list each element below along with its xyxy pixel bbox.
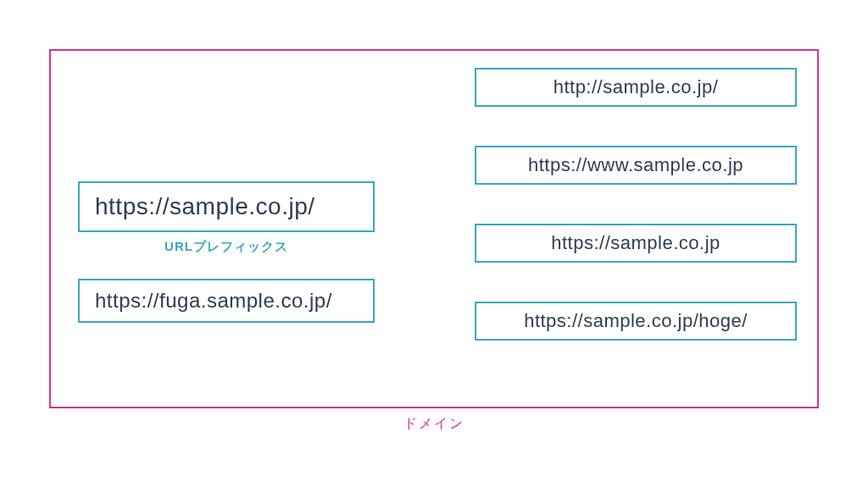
- url-text: http://sample.co.jp/: [554, 76, 719, 97]
- primary-url-box: https://sample.co.jp/: [78, 181, 375, 232]
- url-prefix-label: URLプレフィックス: [78, 239, 375, 255]
- url-box: https://sample.co.jp: [475, 224, 797, 263]
- url-box: https://sample.co.jp/hoge/: [475, 302, 797, 341]
- primary-url-text: https://sample.co.jp/: [95, 193, 315, 219]
- left-column: https://sample.co.jp/ URLプレフィックス https:/…: [78, 181, 375, 323]
- secondary-url-text: https://fuga.sample.co.jp/: [95, 289, 332, 312]
- url-text: https://sample.co.jp/hoge/: [524, 310, 748, 331]
- url-box: http://sample.co.jp/: [475, 68, 797, 107]
- secondary-url-box: https://fuga.sample.co.jp/: [78, 279, 375, 323]
- url-text: https://sample.co.jp: [551, 232, 721, 253]
- url-box: https://www.sample.co.jp: [475, 146, 797, 185]
- right-column: http://sample.co.jp/ https://www.sample.…: [475, 68, 797, 341]
- domain-label: ドメイン: [0, 415, 868, 433]
- url-text: https://www.sample.co.jp: [528, 154, 743, 175]
